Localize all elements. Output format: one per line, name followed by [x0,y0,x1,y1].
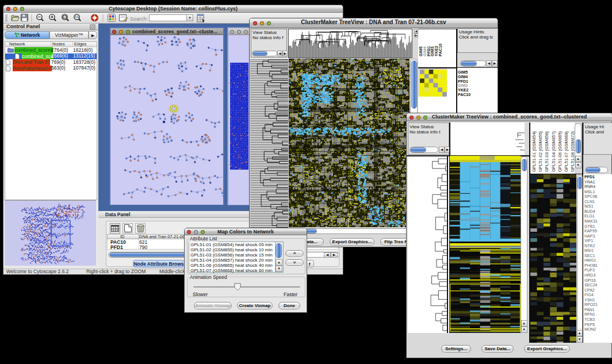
svg-text:1:1: 1:1 [75,16,79,18]
